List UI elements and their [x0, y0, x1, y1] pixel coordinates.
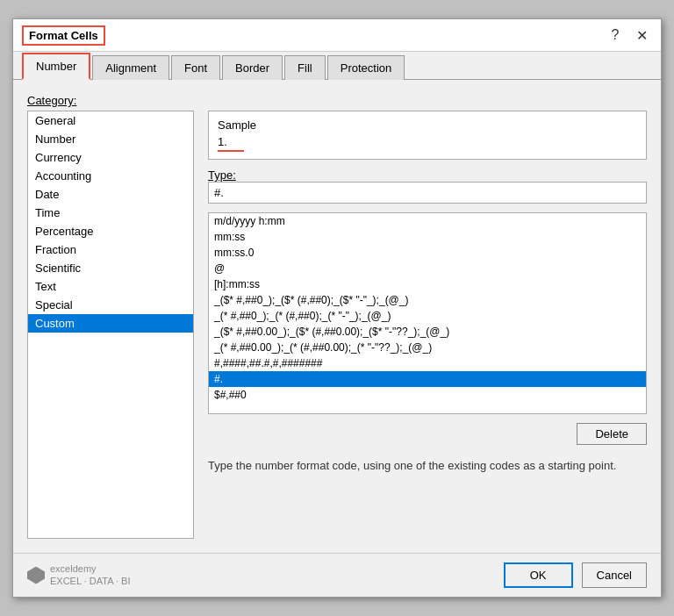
type-input[interactable] — [208, 182, 647, 204]
dialog-content: Category: General Number Currency Accoun… — [13, 80, 661, 553]
format-item-11[interactable]: #. — [209, 371, 646, 387]
format-item-10[interactable]: #,####,##.#,#,####### — [209, 355, 646, 371]
format-item-5[interactable]: [h]:mm:ss — [209, 276, 646, 292]
format-cells-dialog: Format Cells ? ✕ Number Alignment Font B… — [12, 18, 662, 598]
right-panel: Sample 1. Type: m/d/yyyy h:mm mm:ss mm:s… — [208, 111, 647, 539]
category-item-time[interactable]: Time — [28, 204, 193, 222]
tab-border-label: Border — [235, 61, 269, 75]
format-item-1[interactable]: m/d/yyyy h:mm — [209, 213, 646, 229]
tab-protection[interactable]: Protection — [327, 55, 405, 80]
sample-box: Sample 1. — [208, 111, 647, 160]
category-list[interactable]: General Number Currency Accounting Date … — [28, 111, 193, 538]
category-item-date[interactable]: Date — [28, 185, 193, 204]
tab-font[interactable]: Font — [171, 55, 220, 80]
tab-fill-label: Fill — [298, 61, 312, 75]
tab-alignment-label: Alignment — [105, 61, 156, 75]
title-bar: Format Cells ? ✕ — [13, 19, 661, 52]
format-item-2[interactable]: mm:ss — [209, 229, 646, 245]
category-item-percentage[interactable]: Percentage — [28, 222, 193, 240]
footer-buttons: OK Cancel — [504, 562, 647, 588]
tab-font-label: Font — [184, 61, 207, 75]
category-item-accounting[interactable]: Accounting — [28, 167, 193, 185]
type-label: Type: — [208, 168, 647, 182]
format-list-container: m/d/yyyy h:mm mm:ss mm:ss.0 @ [h]:mm:ss … — [208, 212, 647, 414]
tab-protection-label: Protection — [341, 61, 392, 75]
category-item-custom[interactable]: Custom — [28, 314, 193, 333]
category-panel: General Number Currency Accounting Date … — [27, 111, 194, 539]
watermark-tagline: EXCEL · DATA · BI — [50, 576, 131, 587]
category-label: Category: — [27, 94, 647, 107]
category-list-container: General Number Currency Accounting Date … — [27, 111, 194, 539]
format-item-4[interactable]: @ — [209, 261, 646, 276]
watermark-logo-icon — [27, 567, 45, 584]
title-bar-left: Format Cells — [22, 25, 105, 46]
tab-fill[interactable]: Fill — [284, 55, 326, 80]
category-item-currency[interactable]: Currency — [28, 148, 193, 167]
tab-alignment[interactable]: Alignment — [92, 55, 169, 80]
format-item-9[interactable]: _(* #,##0.00_);_(* (#,##0.00);_(* "-"??_… — [209, 340, 646, 355]
main-row: General Number Currency Accounting Date … — [27, 111, 647, 539]
close-button[interactable]: ✕ — [631, 25, 652, 46]
help-button[interactable]: ? — [605, 25, 626, 46]
footer: exceldemy EXCEL · DATA · BI OK Cancel — [13, 553, 661, 597]
tab-number[interactable]: Number — [22, 53, 90, 80]
sample-label: Sample — [218, 118, 637, 132]
tab-bar: Number Alignment Font Border Fill Protec… — [13, 52, 661, 80]
category-item-number[interactable]: Number — [28, 130, 193, 148]
category-item-general[interactable]: General — [28, 111, 193, 130]
ok-button[interactable]: OK — [504, 562, 573, 588]
watermark-brand: exceldemy — [50, 563, 131, 575]
cancel-button[interactable]: Cancel — [582, 562, 647, 588]
format-list[interactable]: m/d/yyyy h:mm mm:ss mm:ss.0 @ [h]:mm:ss … — [209, 213, 646, 413]
dialog-title: Format Cells — [22, 25, 105, 46]
format-item-8[interactable]: _($* #,##0.00_);_($* (#,##0.00);_($* "-"… — [209, 324, 646, 340]
delete-row: Delete — [208, 423, 647, 445]
format-item-6[interactable]: _($* #,##0_);_($* (#,##0);_($* "-"_);_(@… — [209, 292, 646, 308]
sample-value: 1. — [218, 135, 244, 152]
category-item-scientific[interactable]: Scientific — [28, 259, 193, 277]
format-item-7[interactable]: _(* #,##0_);_(* (#,##0);_(* "-"_);_(@_) — [209, 308, 646, 324]
category-item-text[interactable]: Text — [28, 277, 193, 296]
delete-button[interactable]: Delete — [577, 423, 647, 445]
title-bar-right: ? ✕ — [605, 25, 652, 46]
watermark-text: exceldemy EXCEL · DATA · BI — [50, 563, 131, 586]
tab-border[interactable]: Border — [222, 55, 283, 80]
category-item-fraction[interactable]: Fraction — [28, 240, 193, 259]
type-section: Type: — [208, 168, 647, 204]
format-item-12[interactable]: $#,##0 — [209, 387, 646, 403]
format-item-3[interactable]: mm:ss.0 — [209, 245, 646, 261]
tab-number-label: Number — [36, 60, 76, 73]
description-text: Type the number format code, using one o… — [208, 459, 647, 472]
watermark: exceldemy EXCEL · DATA · BI — [27, 563, 131, 586]
category-item-special[interactable]: Special — [28, 296, 193, 314]
